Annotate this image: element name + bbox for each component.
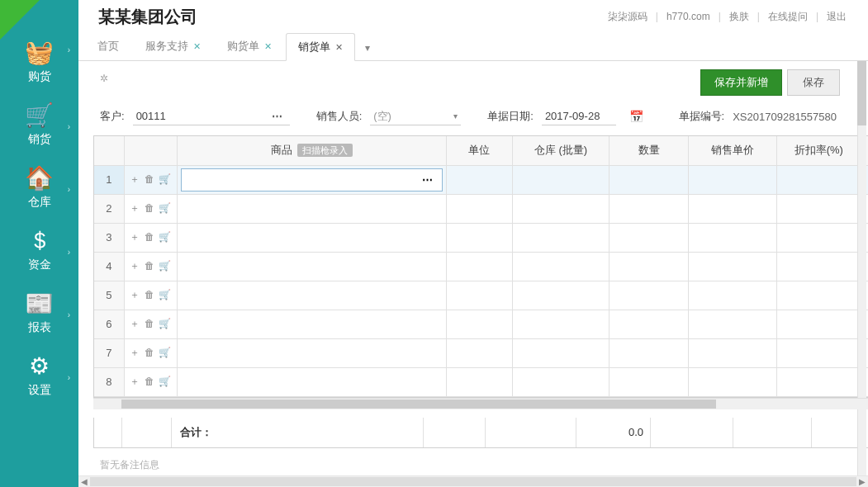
grid-cell[interactable] xyxy=(609,338,689,367)
top-link[interactable]: 柒柒源码 xyxy=(600,10,656,24)
grid-cell[interactable] xyxy=(177,338,446,367)
grid-cell[interactable] xyxy=(446,223,512,252)
grid-cell[interactable] xyxy=(177,252,446,281)
top-link[interactable]: 在线提问 xyxy=(760,10,816,24)
sidebar-item-3[interactable]: ＄资金› xyxy=(0,216,78,279)
grid-cell[interactable] xyxy=(446,165,512,194)
close-icon[interactable]: ✕ xyxy=(193,41,201,51)
delete-icon[interactable]: 🗑 xyxy=(144,318,155,329)
grid-cell[interactable] xyxy=(512,310,609,338)
grid-cell[interactable] xyxy=(777,338,861,367)
cart-icon[interactable]: 🛒 xyxy=(158,231,172,243)
grid-cell[interactable] xyxy=(609,194,689,223)
tab[interactable]: 销货单✕ xyxy=(286,33,355,61)
grid-cell[interactable] xyxy=(609,367,689,396)
gear-icon[interactable]: ✲ xyxy=(100,73,108,84)
cart-icon[interactable]: 🛒 xyxy=(158,318,172,329)
tab[interactable]: 购货单✕ xyxy=(215,32,284,60)
delete-icon[interactable]: 🗑 xyxy=(144,376,155,387)
grid-cell[interactable] xyxy=(777,194,861,223)
save-button[interactable]: 保存 xyxy=(787,69,840,96)
tab[interactable]: 首页 xyxy=(85,32,131,60)
grid-cell[interactable] xyxy=(512,281,609,310)
grid-cell[interactable] xyxy=(689,194,777,223)
grid-cell[interactable] xyxy=(609,252,689,281)
grid-cell[interactable] xyxy=(609,223,689,252)
add-icon[interactable]: ＋ xyxy=(129,318,140,329)
customer-field[interactable]: 00111 ⋯ xyxy=(133,107,290,125)
sidebar-item-4[interactable]: 📰报表› xyxy=(0,279,78,342)
table-row[interactable]: 4＋ 🗑 🛒 xyxy=(94,252,868,281)
grid-cell[interactable] xyxy=(689,367,777,396)
save-and-add-button[interactable]: 保存并新增 xyxy=(700,69,782,96)
tab[interactable]: 服务支持✕ xyxy=(133,32,213,60)
table-row[interactable]: 7＋ 🗑 🛒 xyxy=(94,338,868,367)
close-icon[interactable]: ✕ xyxy=(264,41,272,51)
grid-cell[interactable] xyxy=(777,223,861,252)
grid-cell[interactable] xyxy=(689,281,777,310)
table-row[interactable]: 6＋ 🗑 🛒 xyxy=(94,310,868,338)
grid-cell[interactable] xyxy=(177,223,446,252)
tab-dropdown[interactable]: ▾ xyxy=(357,35,378,60)
vertical-scrollbar[interactable] xyxy=(857,61,866,487)
cart-icon[interactable]: 🛒 xyxy=(158,260,172,272)
table-row[interactable]: 3＋ 🗑 🛒 xyxy=(94,223,868,252)
table-row[interactable]: 8＋ 🗑 🛒 xyxy=(94,367,868,396)
add-icon[interactable]: ＋ xyxy=(129,289,140,300)
delete-icon[interactable]: 🗑 xyxy=(144,173,155,185)
grid-cell[interactable] xyxy=(446,252,512,281)
grid-horizontal-scrollbar[interactable] xyxy=(93,398,868,409)
grid-cell[interactable] xyxy=(512,367,609,396)
top-link[interactable]: h770.com xyxy=(658,11,719,22)
add-icon[interactable]: ＋ xyxy=(129,202,140,214)
grid-cell[interactable] xyxy=(689,223,777,252)
add-icon[interactable]: ＋ xyxy=(129,376,140,387)
scan-button[interactable]: 扫描枪录入 xyxy=(297,144,353,157)
page-horizontal-scrollbar[interactable]: ◀ ▶ xyxy=(78,475,868,487)
grid-cell[interactable] xyxy=(177,281,446,310)
sidebar-item-5[interactable]: ⚙设置› xyxy=(0,342,78,404)
grid-cell[interactable] xyxy=(512,165,609,194)
grid-cell[interactable] xyxy=(446,310,512,338)
delete-icon[interactable]: 🗑 xyxy=(144,289,155,300)
delete-icon[interactable]: 🗑 xyxy=(144,260,155,272)
add-icon[interactable]: ＋ xyxy=(129,173,140,185)
ellipsis-icon[interactable]: ⋯ xyxy=(419,173,437,186)
sidebar-item-2[interactable]: 🏠仓库› xyxy=(0,154,78,216)
grid-cell[interactable] xyxy=(777,252,861,281)
table-row[interactable]: 1＋ 🗑 🛒⋯ xyxy=(94,165,868,194)
grid-cell[interactable] xyxy=(777,310,861,338)
grid-cell[interactable] xyxy=(446,367,512,396)
grid-cell[interactable] xyxy=(609,165,689,194)
grid-cell[interactable] xyxy=(777,367,861,396)
grid-cell[interactable] xyxy=(512,223,609,252)
cart-icon[interactable]: 🛒 xyxy=(158,202,172,214)
table-row[interactable]: 5＋ 🗑 🛒 xyxy=(94,281,868,310)
delete-icon[interactable]: 🗑 xyxy=(144,231,155,243)
cart-icon[interactable]: 🛒 xyxy=(158,376,172,387)
grid-cell[interactable] xyxy=(512,252,609,281)
table-row[interactable]: 2＋ 🗑 🛒 xyxy=(94,194,868,223)
grid-cell[interactable] xyxy=(177,194,446,223)
grid-cell[interactable] xyxy=(689,165,777,194)
grid-cell[interactable] xyxy=(446,194,512,223)
calendar-icon[interactable]: 📅 xyxy=(629,110,643,123)
cart-icon[interactable]: 🛒 xyxy=(158,173,172,185)
chevron-down-icon[interactable]: ▾ xyxy=(453,111,458,121)
grid-cell[interactable] xyxy=(177,367,446,396)
grid-cell[interactable] xyxy=(512,338,609,367)
grid-cell[interactable] xyxy=(177,310,446,338)
top-link[interactable]: 换肤 xyxy=(721,10,757,24)
grid-cell[interactable] xyxy=(777,165,861,194)
grid-cell[interactable] xyxy=(512,194,609,223)
grid-cell[interactable] xyxy=(609,310,689,338)
add-icon[interactable]: ＋ xyxy=(129,347,140,358)
grid-cell[interactable] xyxy=(689,310,777,338)
grid-cell[interactable] xyxy=(446,338,512,367)
cart-icon[interactable]: 🛒 xyxy=(158,347,172,358)
grid-cell[interactable] xyxy=(689,338,777,367)
delete-icon[interactable]: 🗑 xyxy=(144,347,155,358)
sidebar-item-1[interactable]: 🛒销货› xyxy=(0,91,78,154)
sales-field[interactable]: (空) ▾ xyxy=(370,107,461,125)
top-link[interactable]: 退出 xyxy=(818,10,855,24)
